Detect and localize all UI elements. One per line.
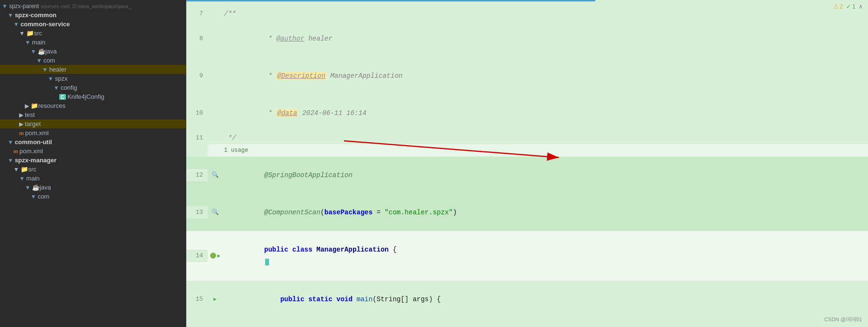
folder-icon: ▶ bbox=[25, 103, 29, 109]
sidebar-item-label: Knife4jConfig bbox=[67, 93, 104, 100]
folder-open-icon: ▼ bbox=[31, 48, 36, 55]
sidebar-item-java2[interactable]: ▼ ☕ java bbox=[0, 183, 186, 192]
sidebar-item-spzx-parent[interactable]: ▼ spzx-parent sources root, D:\idea_work… bbox=[0, 2, 186, 11]
folder-open-icon: ▼ bbox=[19, 175, 25, 182]
sidebar-item-spzx-manager[interactable]: ▼ spzx-manager bbox=[0, 156, 186, 165]
file-tree[interactable]: ▼ spzx-parent sources root, D:\idea_work… bbox=[0, 0, 186, 327]
chevron-up-icon: ∧ bbox=[858, 3, 863, 10]
code-line-7: 7 /** bbox=[186, 8, 868, 20]
sidebar-item-spzx[interactable]: ▼ spzx bbox=[0, 74, 186, 83]
csdn-watermark: CSDN @珂珂01 bbox=[824, 316, 862, 323]
sidebar-item-label: java bbox=[45, 48, 57, 55]
sidebar-item-label: test bbox=[25, 111, 35, 118]
code-line-14: 14 🟢 ▶ public class ManagerApplication { bbox=[186, 231, 868, 281]
sidebar-item-main2[interactable]: ▼ main bbox=[0, 174, 186, 183]
code-line-10: 10 * @data 2024-06-11 16:14 bbox=[186, 95, 868, 132]
folder-open-icon: ▼ bbox=[8, 139, 13, 146]
java-folder-icon: ☕ bbox=[32, 184, 40, 191]
folder-open-icon: ▼ bbox=[13, 166, 19, 173]
folder-open-icon: ▼ bbox=[42, 66, 48, 73]
sidebar-item-src[interactable]: ▼ 📁 src bbox=[0, 29, 186, 38]
sidebar-item-label: common-service bbox=[21, 21, 70, 28]
folder-open-icon: ▼ bbox=[31, 193, 36, 200]
sidebar-item-label: resources bbox=[38, 102, 65, 109]
folder-open-icon: ▼ bbox=[25, 39, 31, 46]
sidebar-item-label: spzx-common bbox=[15, 11, 56, 19]
folder-icon: ▶ bbox=[19, 121, 23, 127]
folder-open-icon: ▼ bbox=[8, 157, 13, 164]
code-line-11: 11 */ bbox=[186, 132, 868, 144]
sidebar-item-pom-common[interactable]: m pom.xml bbox=[0, 128, 186, 137]
usage-line: - 1 usage bbox=[186, 144, 868, 157]
xml-icon: m bbox=[13, 148, 18, 154]
sidebar-item-label: com bbox=[43, 57, 55, 64]
sidebar-item-label: spzx-parent sources root, D:\idea_worksp… bbox=[9, 3, 131, 10]
code-editor: ⚠ 2 ✓ 1 ∧ 7 /** bbox=[186, 0, 868, 327]
sidebar-item-target[interactable]: ▶ target bbox=[0, 119, 186, 128]
sidebar-item-com2[interactable]: ▼ com bbox=[0, 192, 186, 201]
code-line-12: 12 🔍 @SpringBootApplication bbox=[186, 157, 868, 194]
sidebar-item-label: spzx bbox=[55, 75, 68, 82]
sidebar-item-label: com bbox=[38, 193, 50, 200]
folder-open-icon: ▼ bbox=[19, 30, 25, 37]
code-line-9: 9 * @Description ManagerApplication bbox=[186, 57, 868, 95]
check-icon: ✓ bbox=[846, 3, 851, 10]
class-icon: C bbox=[59, 94, 66, 100]
code-line-8: 8 * @author healer bbox=[186, 20, 868, 57]
folder-icon: ▶ bbox=[19, 112, 23, 118]
sidebar-item-label: main bbox=[32, 39, 45, 46]
src-folder-icon: 📁 bbox=[26, 30, 34, 37]
sidebar-item-label: main bbox=[26, 175, 40, 182]
sidebar-item-label: java bbox=[40, 184, 51, 191]
sidebar-item-label: src bbox=[28, 166, 36, 173]
sidebar-item-test[interactable]: ▶ test bbox=[0, 110, 186, 119]
warning-badge: ⚠ 2 bbox=[833, 3, 843, 10]
folder-open-icon: ▼ bbox=[2, 3, 8, 10]
sidebar-item-label: target bbox=[25, 120, 41, 127]
sidebar-item-label: src bbox=[34, 30, 42, 37]
sidebar-item-resources[interactable]: ▶ 📁 resources bbox=[0, 101, 186, 110]
folder-open-icon: ▼ bbox=[13, 21, 19, 28]
folder-open-icon: ▼ bbox=[25, 184, 31, 191]
sidebar-item-config[interactable]: ▼ config bbox=[0, 83, 186, 92]
sidebar-item-healer[interactable]: ▼ healer bbox=[0, 65, 186, 74]
search-icon: 🔍 bbox=[212, 169, 219, 181]
sidebar-item-label: pom.xml bbox=[25, 129, 49, 137]
sidebar-item-label: pom.xml bbox=[20, 148, 43, 155]
progress-bar bbox=[186, 0, 595, 1]
folder-open-icon: ▼ bbox=[8, 12, 13, 19]
code-line-15: 15 ▶ public static void main(String[] ar… bbox=[186, 281, 868, 318]
sidebar-item-label: healer bbox=[49, 66, 66, 73]
sidebar-item-pom-util[interactable]: m pom.xml bbox=[0, 147, 186, 156]
play-icon[interactable]: ▶ bbox=[217, 250, 221, 262]
sidebar-item-label: common-util bbox=[15, 138, 52, 146]
sidebar-item-com[interactable]: ▼ com bbox=[0, 56, 186, 65]
java-folder-icon: ☕ bbox=[38, 48, 45, 55]
play-icon-small[interactable]: ▶ bbox=[214, 293, 217, 306]
sidebar-item-label: spzx-manager bbox=[15, 157, 56, 164]
sidebar-item-main[interactable]: ▼ main bbox=[0, 38, 186, 47]
xml-icon: m bbox=[19, 130, 24, 136]
sidebar-item-knife4jconfig[interactable]: C Knife4jConfig bbox=[0, 92, 186, 101]
sidebar-item-common-util[interactable]: ▼ common-util bbox=[0, 137, 186, 147]
search-icon: 🔍 bbox=[212, 206, 219, 219]
code-line-16: 16 SpringApplication.run(ManagerApplicat… bbox=[186, 318, 868, 327]
code-area: 7 /** 8 * @author healer 9 * @Descriptio… bbox=[186, 4, 868, 327]
folder-open-icon: ▼ bbox=[36, 57, 42, 64]
folder-open-icon: ▼ bbox=[48, 75, 54, 82]
warning-icon: ⚠ bbox=[833, 3, 839, 10]
folder-open-icon: ▼ bbox=[54, 84, 59, 91]
code-line-13: 13 🔍 @ComponentScan(basePackages = "com.… bbox=[186, 194, 868, 231]
sidebar-item-src2[interactable]: ▼ 📁 src bbox=[0, 165, 186, 174]
sidebar-item-label: config bbox=[61, 84, 77, 91]
resources-folder-icon: 📁 bbox=[31, 102, 38, 109]
editor-badges: ⚠ 2 ✓ 1 ∧ bbox=[833, 3, 863, 10]
sidebar-item-common-service[interactable]: ▼ common-service bbox=[0, 20, 186, 29]
run-class-icon[interactable]: 🟢 bbox=[210, 250, 216, 262]
src-folder-icon: 📁 bbox=[21, 166, 28, 173]
sidebar-item-java[interactable]: ▼ ☕ java bbox=[0, 47, 186, 56]
sidebar-item-spzx-common[interactable]: ▼ spzx-common bbox=[0, 11, 186, 20]
check-badge: ✓ 1 bbox=[846, 3, 856, 10]
